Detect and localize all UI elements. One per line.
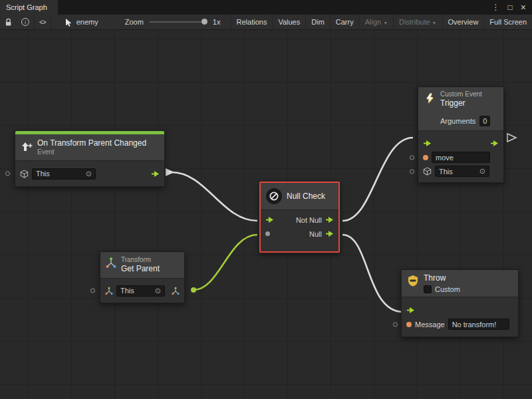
- port-row: [402, 303, 518, 317]
- value-output-marker[interactable]: [191, 287, 196, 293]
- value-input-port[interactable]: [265, 231, 270, 236]
- flow-output-port[interactable]: [151, 170, 160, 178]
- info-icon: i: [21, 18, 29, 26]
- relations-button[interactable]: Relations: [231, 15, 273, 29]
- carry-button[interactable]: Carry: [330, 15, 359, 29]
- wire-null-to-throw[interactable]: [342, 235, 403, 312]
- tab-script-graph[interactable]: Script Graph: [0, 0, 58, 15]
- flow-input-port[interactable]: [406, 307, 415, 314]
- wire-event-to-nullcheck[interactable]: [172, 172, 257, 221]
- node-category: Transform: [121, 256, 160, 264]
- node-header[interactable]: Transform Get Parent: [100, 252, 184, 278]
- flow-output-port[interactable]: [325, 230, 334, 237]
- values-button[interactable]: Values: [272, 15, 305, 29]
- node-throw[interactable]: Throw Custom Message No transform!: [401, 269, 519, 337]
- port-row: This ⊙: [15, 166, 164, 181]
- node-header[interactable]: On Transform Parent Changed Event: [15, 134, 164, 160]
- lock-button[interactable]: [0, 15, 17, 29]
- node-title: Get Parent: [121, 264, 160, 274]
- port-label: Not Null: [296, 216, 322, 224]
- maximize-icon[interactable]: □: [508, 3, 513, 11]
- node-title: Trigger: [440, 98, 482, 108]
- node-on-transform-parent-changed[interactable]: On Transform Parent Changed Event This ⊙: [15, 130, 165, 187]
- lock-icon: [5, 18, 12, 27]
- node-null-check[interactable]: Null Check Not Null Null: [259, 182, 340, 253]
- transform-output-port[interactable]: [172, 287, 180, 295]
- message-label: Message: [415, 321, 445, 329]
- info-button[interactable]: i: [17, 15, 34, 29]
- toolbar-buttons: Relations Values Dim Carry Align ▼ Distr…: [231, 15, 532, 29]
- graph-breadcrumb[interactable]: enemy: [61, 15, 103, 29]
- throw-icon: [407, 275, 419, 287]
- this-dropdown[interactable]: This ⊙: [32, 168, 96, 180]
- node-body: Not Null Null: [261, 209, 338, 251]
- graph-canvas[interactable]: On Transform Parent Changed Event This ⊙: [0, 30, 532, 399]
- arguments-row: Arguments 0: [440, 116, 498, 126]
- custom-label: Custom: [435, 285, 460, 293]
- custom-checkbox[interactable]: [424, 285, 432, 293]
- node-title: Null Check: [287, 192, 325, 201]
- flow-output-port[interactable]: [325, 216, 334, 223]
- transform-input-port[interactable]: [105, 287, 113, 295]
- window-menu-icon[interactable]: ⋮: [492, 3, 500, 11]
- cube-icon: [423, 167, 432, 176]
- edit-graph-button[interactable]: <>: [35, 15, 51, 29]
- zoom-slider[interactable]: [150, 21, 207, 23]
- target-port[interactable]: [410, 169, 414, 174]
- full-screen-button[interactable]: Full Screen: [483, 15, 532, 29]
- flow-output-marker[interactable]: [166, 168, 174, 176]
- node-get-parent[interactable]: Transform Get Parent This ⊙: [100, 251, 185, 303]
- port-row: This ⊙: [418, 164, 503, 178]
- zoom-label: Zoom: [125, 18, 144, 26]
- port-row: move: [418, 150, 503, 164]
- zoom-control: Zoom 1x: [120, 15, 225, 29]
- align-button[interactable]: Align ▼: [359, 15, 393, 29]
- object-picker-icon: ⊙: [86, 170, 92, 178]
- transform-icon: [106, 257, 116, 268]
- target-port[interactable]: [90, 289, 95, 293]
- distribute-button[interactable]: Distribute ▼: [393, 15, 442, 29]
- node-body: This ⊙: [100, 278, 184, 303]
- node-subtitle: Event: [37, 148, 146, 156]
- zoom-knob[interactable]: [201, 19, 207, 25]
- this-dropdown[interactable]: This ⊙: [435, 166, 489, 177]
- node-header[interactable]: Custom Event Trigger Arguments 0: [418, 87, 503, 130]
- port-row: Null: [261, 227, 338, 241]
- name-port[interactable]: [410, 155, 414, 160]
- zoom-value: 1x: [213, 18, 221, 26]
- node-body: This ⊙: [15, 160, 164, 186]
- overview-button[interactable]: Overview: [442, 15, 484, 29]
- node-header[interactable]: Null Check: [261, 183, 338, 209]
- unconnected-flow-port-icon[interactable]: [507, 134, 516, 142]
- cursor-icon: [65, 18, 73, 27]
- node-custom-event-trigger[interactable]: Custom Event Trigger Arguments 0: [418, 86, 504, 183]
- message-input[interactable]: No transform!: [448, 319, 509, 330]
- string-input-port[interactable]: [423, 155, 428, 160]
- this-dropdown[interactable]: This ⊙: [116, 285, 165, 297]
- code-icon: <>: [39, 19, 46, 26]
- event-target-port[interactable]: [5, 172, 10, 176]
- string-input-port[interactable]: [406, 322, 412, 327]
- cube-icon: [20, 170, 29, 178]
- port-row: Not Null: [261, 213, 338, 227]
- port-label: Null: [309, 230, 322, 238]
- chevron-down-icon: ▼: [383, 21, 388, 25]
- close-icon[interactable]: ×: [521, 3, 526, 12]
- arguments-label: Arguments: [440, 117, 475, 125]
- message-port[interactable]: [393, 322, 398, 327]
- flow-input-port[interactable]: [423, 140, 432, 147]
- toolbar-separator: [51, 15, 51, 29]
- wire-notnull-to-trigger[interactable]: [342, 138, 413, 221]
- graph-name: enemy: [76, 18, 98, 26]
- flow-output-port[interactable]: [490, 140, 499, 147]
- tab-title: Script Graph: [6, 3, 47, 11]
- flow-input-port[interactable]: [265, 216, 274, 223]
- object-picker-icon: ⊙: [479, 168, 485, 175]
- wire-getparent-to-nullcheck[interactable]: [194, 235, 257, 290]
- object-picker-icon: ⊙: [155, 287, 161, 295]
- dim-button[interactable]: Dim: [305, 15, 330, 29]
- node-header[interactable]: Throw Custom: [402, 270, 518, 297]
- arguments-input[interactable]: 0: [479, 116, 490, 126]
- event-name-input[interactable]: move: [432, 152, 490, 163]
- port-row: [418, 136, 503, 150]
